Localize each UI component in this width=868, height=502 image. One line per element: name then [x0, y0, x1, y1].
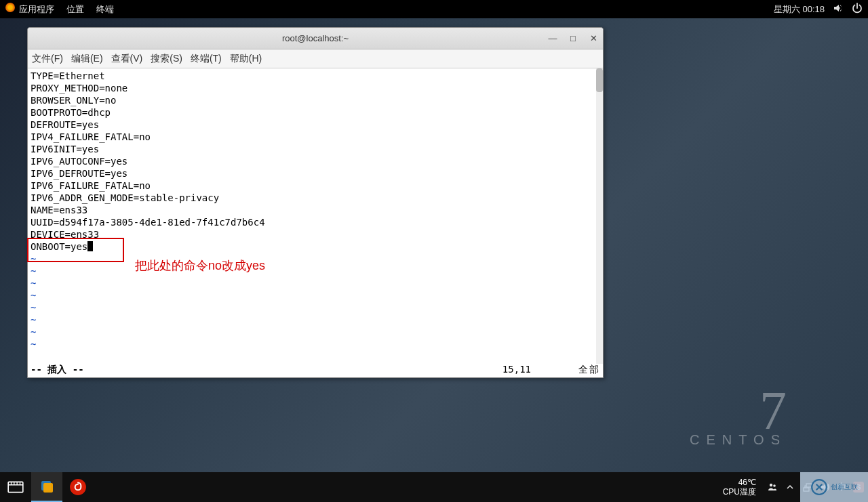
vim-tilde: ~	[31, 338, 600, 350]
menu-file[interactable]: 文件(F)	[32, 53, 63, 65]
gnome-top-bar: 应用程序 位置 终端 星期六 00:18	[0, 0, 868, 18]
svg-rect-0	[8, 482, 23, 492]
close-button[interactable]: ✕	[588, 33, 599, 43]
vim-tilde: ~	[31, 277, 600, 289]
taskbar-app-video[interactable]	[0, 472, 31, 502]
places-menu[interactable]: 位置	[66, 3, 84, 16]
svg-point-5	[773, 484, 776, 487]
desktop-brand: 7 CENTOS	[690, 389, 787, 448]
activities-icon[interactable]: 应用程序	[5, 3, 54, 16]
menu-edit[interactable]: 编辑(E)	[71, 53, 103, 65]
windows-taskbar: 46℃ CPU温度 中 S 创新互联	[0, 472, 868, 502]
menu-search[interactable]: 搜索(S)	[151, 53, 182, 65]
config-line: DEFROUTE=yes	[31, 119, 600, 131]
window-titlebar[interactable]: root@localhost:~ — □ ✕	[28, 28, 603, 49]
config-line: DEVICE=ens33	[31, 228, 600, 240]
terminal-window: root@localhost:~ — □ ✕ 文件(F) 编辑(E) 查看(V)…	[27, 27, 604, 378]
onboot-line: ONBOOT=yes	[31, 240, 600, 253]
window-title: root@localhost:~	[282, 33, 349, 43]
terminal-menubar: 文件(F) 编辑(E) 查看(V) 搜索(S) 终端(T) 帮助(H)	[28, 49, 603, 68]
menu-help[interactable]: 帮助(H)	[230, 53, 262, 65]
config-line: NAME=ens33	[31, 204, 600, 216]
svg-rect-2	[43, 483, 53, 493]
vim-tilde: ~	[31, 265, 600, 277]
config-line: IPV6_ADDR_GEN_MODE=stable-privacy	[31, 192, 600, 204]
terminal-scrollbar[interactable]	[596, 68, 603, 364]
vim-tilde: ~	[31, 314, 600, 326]
volume-icon[interactable]	[833, 3, 844, 16]
system-tray: 46℃ CPU温度 中 S 创新互联	[723, 478, 868, 497]
terminal-content[interactable]: TYPE=EthernetPROXY_METHOD=noneBROWSER_ON…	[28, 68, 603, 364]
power-icon[interactable]	[852, 3, 863, 16]
vim-tilde: ~	[31, 301, 600, 314]
maximize-button[interactable]: □	[568, 33, 578, 43]
terminal-menu[interactable]: 终端	[96, 3, 114, 16]
minimize-button[interactable]: —	[547, 33, 558, 43]
vim-tilde: ~	[31, 289, 600, 301]
config-line: IPV4_FAILURE_FATAL=no	[31, 131, 600, 143]
config-line: UUID=d594f17a-3805-4de1-81ed-7f41c7d7b6c…	[31, 216, 600, 228]
cpu-temp-widget[interactable]: 46℃ CPU温度	[723, 478, 756, 497]
config-line: TYPE=Ethernet	[31, 70, 600, 82]
config-line: IPV6_FAILURE_FATAL=no	[31, 180, 600, 192]
menu-view[interactable]: 查看(V)	[111, 53, 143, 65]
tray-chevron-up-icon[interactable]	[785, 482, 795, 493]
svg-point-3	[70, 479, 86, 495]
config-line: PROXY_METHOD=none	[31, 82, 600, 94]
taskbar-app-netease[interactable]	[62, 472, 94, 502]
clock[interactable]: 星期六 00:18	[774, 3, 825, 16]
config-line: IPV6_DEFROUTE=yes	[31, 167, 600, 180]
config-line: BOOTPROTO=dhcp	[31, 106, 600, 119]
config-line: BROWSER_ONLY=no	[31, 94, 600, 106]
text-cursor	[87, 241, 93, 251]
people-icon[interactable]	[767, 482, 778, 493]
vim-tilde: ~	[31, 326, 600, 338]
svg-point-4	[770, 484, 772, 486]
menu-terminal[interactable]: 终端(T)	[191, 53, 222, 65]
vim-tilde: ~	[31, 253, 600, 265]
config-line: IPV6INIT=yes	[31, 143, 600, 155]
config-line: IPV6_AUTOCONF=yes	[31, 155, 600, 167]
taskbar-app-vmware[interactable]	[31, 472, 62, 502]
watermark-logo: 创新互联	[800, 472, 868, 502]
